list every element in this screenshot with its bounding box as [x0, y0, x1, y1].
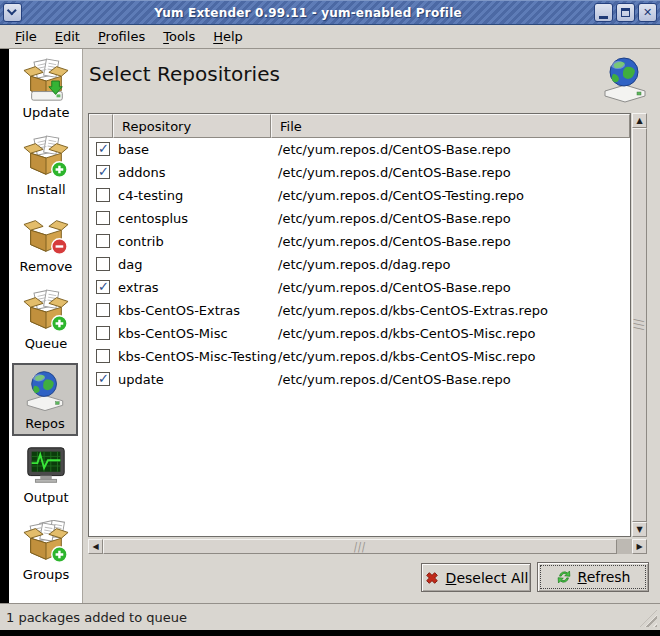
repo-file: /etc/yum.repos.d/kbs-CentOS-Misc.repo [278, 326, 536, 341]
repo-row[interactable]: kbs-CentOS-Misc-Testing/etc/yum.repos.d/… [89, 345, 630, 368]
repo-name: update [118, 372, 164, 387]
repo-checkbox-unchecked[interactable] [96, 188, 110, 202]
repo-row[interactable]: contrib/etc/yum.repos.d/CentOS-Base.repo [89, 230, 630, 253]
chevron-down-icon [7, 5, 17, 15]
refresh-label: Refresh [578, 569, 631, 585]
repo-row[interactable]: kbs-CentOS-Misc/etc/yum.repos.d/kbs-Cent… [89, 322, 630, 345]
sidebar-label: Queue [25, 336, 68, 351]
menu-item-profiles[interactable]: Profiles [89, 27, 154, 46]
grip-icon: /// [354, 540, 366, 553]
repo-row[interactable]: dag/etc/yum.repos.d/dag.repo [89, 253, 630, 276]
arrow-right-icon: ▶ [636, 542, 642, 551]
repo-name: extras [118, 280, 159, 295]
repo-name: kbs-CentOS-Misc-Testing [118, 349, 277, 364]
repo-checkbox-unchecked[interactable] [96, 349, 110, 363]
sidebar-item-queue[interactable]: Queue [9, 289, 83, 351]
repo-checkbox-unchecked[interactable] [96, 234, 110, 248]
repo-row[interactable]: centosplus/etc/yum.repos.d/CentOS-Base.r… [89, 207, 630, 230]
status-text: 1 packages added to queue [6, 610, 187, 625]
horizontal-scrollbar-thumb[interactable]: /// [103, 539, 617, 554]
scroll-up-button[interactable]: ▲ [632, 113, 647, 128]
repo-row[interactable]: base/etc/yum.repos.d/CentOS-Base.repo [89, 138, 630, 161]
arrow-down-icon: ▼ [636, 525, 642, 534]
red-x-icon [424, 570, 440, 586]
monitor-pulse-icon [23, 443, 69, 489]
resize-grip-icon[interactable] [640, 610, 657, 627]
repo-row[interactable]: update/etc/yum.repos.d/CentOS-Base.repo [89, 368, 630, 391]
menu-item-file[interactable]: File [6, 27, 46, 46]
sidebar-label: Groups [23, 567, 69, 582]
menu-item-edit[interactable]: Edit [46, 27, 89, 46]
repo-checkbox-checked[interactable] [96, 165, 110, 179]
repo-checkbox-checked[interactable] [96, 280, 110, 294]
repo-file: /etc/yum.repos.d/CentOS-Base.repo [278, 142, 511, 157]
repo-row[interactable]: addons/etc/yum.repos.d/CentOS-Base.repo [89, 161, 630, 184]
repo-file: /etc/yum.repos.d/kbs-CentOS-Extras.repo [278, 303, 548, 318]
table-header: Repository File [89, 114, 630, 138]
scroll-right-button[interactable]: ▶ [632, 539, 647, 554]
sidebar-label: Repos [25, 416, 64, 431]
column-header-file[interactable]: File [271, 114, 630, 138]
table-rows: base/etc/yum.repos.d/CentOS-Base.repoadd… [89, 138, 630, 391]
repo-checkbox-checked[interactable] [96, 142, 110, 156]
repo-name: addons [118, 165, 165, 180]
vertical-scrollbar-thumb[interactable]: /// [632, 128, 647, 522]
box-papers-plus-icon [23, 135, 69, 181]
repo-file: /etc/yum.repos.d/kbs-CentOS-Misc.repo [278, 349, 536, 364]
deselect-all-button[interactable]: Deselect All [421, 563, 531, 592]
repo-checkbox-unchecked[interactable] [96, 326, 110, 340]
repository-table: Repository File base/etc/yum.repos.d/Cen… [88, 113, 631, 537]
sidebar-item-output[interactable]: Output [9, 443, 83, 505]
sidebar-item-remove[interactable]: Remove [9, 212, 83, 274]
menu-item-tools[interactable]: Tools [154, 27, 204, 46]
sidebar-label: Remove [20, 259, 73, 274]
sidebar-item-repos[interactable]: Repos [12, 363, 78, 436]
maximize-icon [621, 8, 630, 17]
column-header-checkbox[interactable] [89, 114, 113, 138]
minimize-button[interactable] [594, 3, 613, 22]
repo-file: /etc/yum.repos.d/CentOS-Base.repo [278, 280, 511, 295]
repo-file: /etc/yum.repos.d/CentOS-Base.repo [278, 372, 511, 387]
sidebar-item-groups[interactable]: Groups [9, 520, 83, 582]
scroll-down-button[interactable]: ▼ [632, 522, 647, 537]
titlebar[interactable]: Yum Extender 0.99.11 - yum-enabled Profi… [0, 0, 660, 25]
sidebar-label: Update [22, 105, 69, 120]
window-menu-button[interactable] [3, 3, 22, 22]
box-papers-plus-icon [23, 289, 69, 335]
sidebar-label: Output [23, 490, 68, 505]
box-empty-minus-icon [23, 212, 69, 258]
horizontal-scrollbar[interactable]: ◀ /// ▶ [88, 539, 647, 554]
close-button[interactable]: ✕ [638, 3, 657, 22]
repo-checkbox-unchecked[interactable] [96, 211, 110, 225]
sidebar-item-install[interactable]: Install [9, 135, 83, 197]
repo-file: /etc/yum.repos.d/CentOS-Testing.repo [278, 188, 524, 203]
arrow-up-icon: ▲ [636, 116, 642, 125]
refresh-button[interactable]: Refresh [537, 562, 649, 592]
menu-item-help[interactable]: Help [204, 27, 252, 46]
repo-name: contrib [118, 234, 164, 249]
box-papers-plus-icon [23, 520, 69, 566]
maximize-button[interactable] [616, 3, 635, 22]
box-papers-download-icon [23, 58, 69, 104]
arrow-left-icon: ◀ [92, 542, 98, 551]
repo-row[interactable]: c4-testing/etc/yum.repos.d/CentOS-Testin… [89, 184, 630, 207]
sidebar: Update Install Remove Queue [9, 49, 83, 603]
repo-checkbox-checked[interactable] [96, 372, 110, 386]
repo-file: /etc/yum.repos.d/CentOS-Base.repo [278, 165, 511, 180]
window-frame-bottom [0, 630, 660, 636]
repo-name: kbs-CentOS-Misc [118, 326, 228, 341]
vertical-scrollbar[interactable]: ▲ /// ▼ [632, 113, 647, 537]
repo-checkbox-unchecked[interactable] [96, 303, 110, 317]
repo-file: /etc/yum.repos.d/CentOS-Base.repo [278, 211, 511, 226]
green-refresh-icon [556, 569, 572, 585]
sidebar-item-update[interactable]: Update [9, 58, 83, 120]
globe-disk-icon [22, 369, 68, 415]
repo-row[interactable]: kbs-CentOS-Extras/etc/yum.repos.d/kbs-Ce… [89, 299, 630, 322]
minimize-icon [599, 16, 608, 19]
scroll-left-button[interactable]: ◀ [88, 539, 103, 554]
repo-name: dag [118, 257, 142, 272]
window-frame-left [0, 49, 9, 603]
column-header-repository[interactable]: Repository [113, 114, 271, 138]
repo-row[interactable]: extras/etc/yum.repos.d/CentOS-Base.repo [89, 276, 630, 299]
repo-checkbox-unchecked[interactable] [96, 257, 110, 271]
